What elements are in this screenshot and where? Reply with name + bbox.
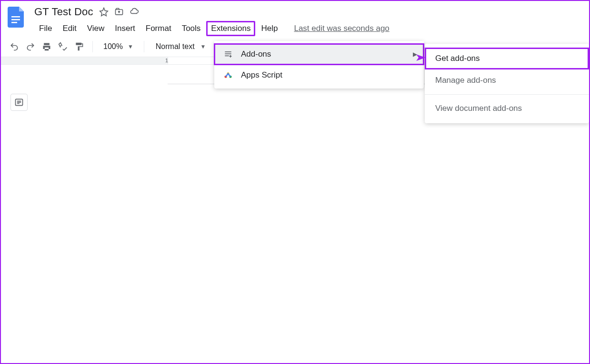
menu-tools[interactable]: Tools	[177, 21, 206, 36]
submenu-label: Get add-ons	[435, 54, 480, 63]
print-button[interactable]	[40, 40, 53, 53]
submenu-get-addons[interactable]: Get add-ons	[425, 48, 589, 69]
toolbar-separator	[92, 41, 93, 52]
document-page[interactable]	[168, 84, 558, 364]
star-icon[interactable]	[99, 7, 109, 17]
submenu-label: Manage add-ons	[435, 76, 496, 85]
redo-button[interactable]	[24, 40, 37, 53]
last-edit-link[interactable]: Last edit was seconds ago	[294, 24, 389, 33]
svg-rect-2	[11, 22, 17, 23]
menu-separator	[425, 94, 589, 95]
paragraph-style-select[interactable]: Normal text ▼	[151, 42, 211, 51]
menu-item-label: Add-ons	[241, 49, 271, 59]
zoom-value: 100%	[103, 42, 123, 51]
menu-extensions[interactable]: Extensions	[206, 21, 255, 36]
apps-script-icon	[223, 70, 233, 80]
document-title[interactable]: GT Test Doc	[34, 6, 93, 18]
menu-edit[interactable]: Edit	[58, 21, 81, 36]
svg-rect-0	[11, 16, 20, 18]
app-header: GT Test Doc File Edit View Insert Format…	[1, 1, 589, 36]
addons-icon	[223, 49, 233, 59]
spellcheck-button[interactable]	[56, 40, 70, 53]
menu-item-label: Apps Script	[241, 70, 282, 80]
chevron-down-icon: ▼	[128, 43, 133, 50]
docs-logo[interactable]	[7, 5, 26, 30]
extensions-dropdown: Add-ons ▶ Apps Script	[214, 41, 424, 89]
toolbar-separator	[144, 41, 144, 52]
menu-item-apps-script[interactable]: Apps Script	[214, 65, 424, 86]
menu-insert[interactable]: Insert	[110, 21, 140, 36]
submenu-view-document-addons[interactable]: View document add-ons	[425, 98, 589, 119]
addons-submenu: Get add-ons Manage add-ons View document…	[425, 44, 589, 123]
move-icon[interactable]	[114, 7, 124, 17]
paint-format-button[interactable]	[72, 40, 86, 53]
ruler-mark: 1	[165, 58, 168, 63]
cloud-status-icon[interactable]	[130, 7, 139, 17]
zoom-select[interactable]: 100% ▼	[100, 42, 137, 51]
chevron-down-icon: ▼	[200, 43, 206, 50]
menu-help[interactable]: Help	[256, 21, 282, 36]
style-value: Normal text	[156, 42, 195, 51]
menu-format[interactable]: Format	[141, 21, 176, 36]
menu-item-addons[interactable]: Add-ons ▶	[214, 44, 424, 65]
svg-rect-1	[11, 19, 20, 20]
menu-view[interactable]: View	[82, 21, 110, 36]
outline-toggle-button[interactable]	[10, 94, 28, 111]
menu-file[interactable]: File	[34, 21, 57, 36]
undo-button[interactable]	[8, 40, 21, 53]
menu-bar: File Edit View Insert Format Tools Exten…	[34, 19, 390, 36]
annotation-arrow-icon: ➤	[415, 51, 426, 64]
submenu-label: View document add-ons	[435, 104, 522, 113]
submenu-manage-addons[interactable]: Manage add-ons	[425, 69, 589, 91]
